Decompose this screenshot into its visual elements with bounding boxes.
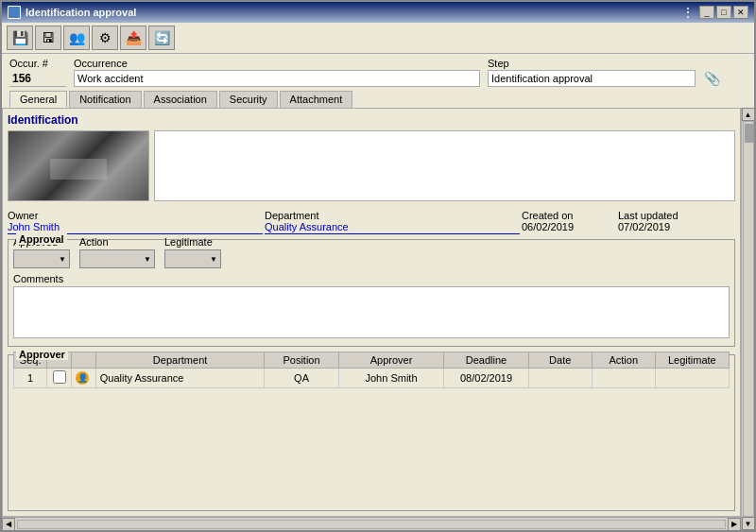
legitimate-field: Legitimate ▼ xyxy=(164,236,221,268)
department-field: Department Quality Assurance xyxy=(265,210,520,234)
occurrence-group: Occurrence xyxy=(74,58,480,87)
person-icon: 👤 xyxy=(76,371,89,385)
settings-button[interactable]: ⚙ xyxy=(92,26,118,50)
last-updated-field: Last updated 07/02/2019 xyxy=(618,210,713,234)
tab-attachment[interactable]: Attachment xyxy=(280,91,353,108)
last-updated-value: 07/02/2019 xyxy=(618,221,713,232)
toolbar: 💾 🖫 👥 ⚙ 📤 🔄 xyxy=(2,23,754,54)
menu-icon[interactable]: ⋮ xyxy=(679,5,697,20)
tab-general[interactable]: General xyxy=(9,91,67,108)
window-title: Identification approval xyxy=(26,7,136,18)
created-label: Created on xyxy=(522,210,616,221)
legitimate-dropdown[interactable]: ▼ xyxy=(164,249,221,268)
created-field: Created on 06/02/2019 xyxy=(522,210,616,234)
action-field: Action ▼ xyxy=(79,236,155,268)
col-position: Position xyxy=(265,352,338,369)
action-dropdown[interactable]: ▼ xyxy=(79,249,155,268)
tab-bar: General Notification Association Securit… xyxy=(2,91,754,108)
approval-group-label: Approval xyxy=(16,233,67,245)
save-button[interactable]: 💾 xyxy=(7,26,33,50)
approved-arrow-icon: ▼ xyxy=(59,255,66,264)
photo-image xyxy=(9,131,148,200)
window-controls: ⋮ _ □ ✕ xyxy=(679,5,748,20)
maximize-button[interactable]: □ xyxy=(716,6,731,19)
save2-button[interactable]: 🖫 xyxy=(35,26,61,50)
occur-num-group: Occur. # xyxy=(9,58,66,87)
main-window: Identification approval ⋮ _ □ ✕ 💾 🖫 👥 ⚙ … xyxy=(0,0,756,532)
occurrence-label: Occurrence xyxy=(74,58,480,69)
col-date: Date xyxy=(528,352,592,369)
scroll-left-button[interactable]: ◀ xyxy=(2,518,15,531)
cell-action xyxy=(592,369,655,388)
scroll-track-horizontal[interactable] xyxy=(17,520,726,529)
approver-group-label: Approver xyxy=(16,349,68,360)
export-button[interactable]: 📤 xyxy=(120,26,146,50)
owner-field: Owner John Smith xyxy=(8,210,263,234)
created-value: 06/02/2019 xyxy=(522,221,616,232)
horizontal-scrollbar: ◀ ▶ xyxy=(2,517,741,530)
cell-department: Quality Assurance xyxy=(95,369,265,388)
photo-box xyxy=(8,130,149,201)
legitimate-label: Legitimate xyxy=(164,236,221,248)
comments-label: Comments xyxy=(13,273,730,284)
step-group: Step xyxy=(488,58,696,87)
last-updated-label: Last updated xyxy=(618,210,713,221)
cell-approver: John Smith xyxy=(338,369,444,388)
step-label: Step xyxy=(488,58,696,69)
scroll-up-button[interactable]: ▲ xyxy=(742,108,755,121)
approved-dropdown[interactable]: ▼ xyxy=(13,249,70,268)
col-deadline: Deadline xyxy=(444,352,528,369)
scroll-track-vertical[interactable] xyxy=(743,121,754,517)
department-value: Quality Assurance xyxy=(265,221,520,234)
legitimate-arrow-icon: ▼ xyxy=(210,255,217,264)
cell-deadline: 08/02/2019 xyxy=(444,369,528,388)
tab-association[interactable]: Association xyxy=(144,91,217,108)
occur-num-label: Occur. # xyxy=(9,58,66,69)
tab-notification[interactable]: Notification xyxy=(69,91,141,108)
close-button[interactable]: ✕ xyxy=(733,6,748,19)
col-approver: Approver xyxy=(338,352,444,369)
row-checkbox[interactable] xyxy=(53,370,66,384)
approval-group: Approval Approved ▼ Action xyxy=(8,239,735,347)
cell-checkbox[interactable] xyxy=(47,369,72,388)
tab-content-general: Identification Owner John Smith Depart xyxy=(2,108,741,517)
cell-seq: 1 xyxy=(14,369,47,388)
title-bar: Identification approval ⋮ _ □ ✕ xyxy=(2,2,754,23)
refresh-button[interactable]: 🔄 xyxy=(148,26,175,50)
action-label: Action xyxy=(79,236,155,248)
comments-textarea[interactable] xyxy=(13,286,730,338)
table-row[interactable]: 1 👤 Quality Assurance QA John Smith 08/0… xyxy=(14,369,730,388)
approver-table: Seq. Department Position Approver Deadli… xyxy=(13,352,730,388)
department-label: Department xyxy=(265,210,520,221)
owner-label: Owner xyxy=(8,210,263,221)
scroll-down-button[interactable]: ▼ xyxy=(742,517,755,530)
cell-legitimate xyxy=(655,369,729,388)
vertical-scrollbar: ▲ ▼ xyxy=(741,108,754,530)
comments-section: Comments xyxy=(13,273,730,341)
scroll-thumb[interactable] xyxy=(745,124,754,143)
minimize-button[interactable]: _ xyxy=(699,6,714,19)
approver-group: Approver Seq. Department Position Approv… xyxy=(8,354,735,511)
owner-value: John Smith xyxy=(8,221,263,234)
cell-position: QA xyxy=(265,369,338,388)
col-department: Department xyxy=(95,352,265,369)
action-arrow-icon: ▼ xyxy=(144,255,151,264)
approval-fields: Approved ▼ Action ▼ xyxy=(13,236,730,268)
step-input[interactable] xyxy=(488,70,696,87)
users-button[interactable]: 👥 xyxy=(63,26,90,50)
col-legitimate: Legitimate xyxy=(655,352,729,369)
tab-security[interactable]: Security xyxy=(219,91,278,108)
scroll-right-button[interactable]: ▶ xyxy=(728,518,741,531)
cell-icon: 👤 xyxy=(72,369,96,388)
occur-num-input[interactable] xyxy=(9,70,66,87)
identification-content xyxy=(8,130,735,201)
occurrence-input[interactable] xyxy=(74,70,480,87)
col-icon xyxy=(72,352,96,369)
cell-date xyxy=(528,369,592,388)
window-icon xyxy=(8,6,21,19)
description-textarea[interactable] xyxy=(154,130,735,201)
owner-row: Owner John Smith Department Quality Assu… xyxy=(8,210,735,234)
col-action: Action xyxy=(592,352,655,369)
identification-section-title: Identification xyxy=(8,113,735,127)
attach-paperclip-icon: 📎 xyxy=(703,70,720,87)
